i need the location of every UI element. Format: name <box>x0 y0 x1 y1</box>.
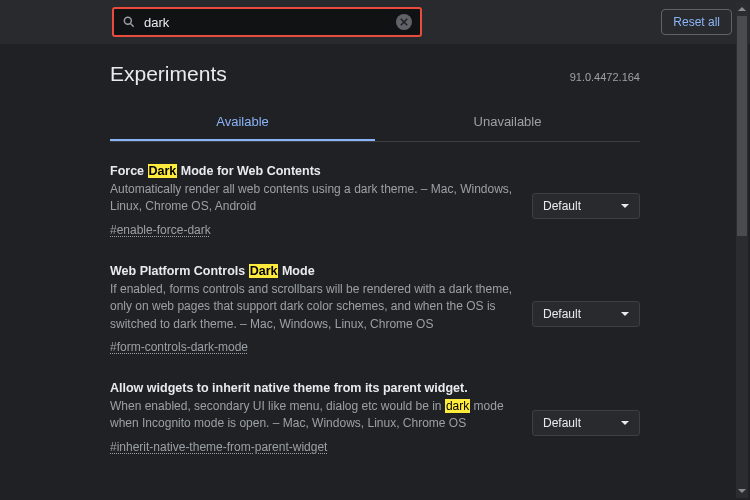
tabs: Available Unavailable <box>110 104 640 142</box>
header-bar: Reset all <box>0 0 750 44</box>
select-value: Default <box>543 199 581 213</box>
experiment-select[interactable]: Default <box>532 301 640 327</box>
svg-point-0 <box>124 17 131 24</box>
select-value: Default <box>543 416 581 430</box>
search-field[interactable] <box>112 7 422 37</box>
experiment-select[interactable]: Default <box>532 410 640 436</box>
search-input[interactable] <box>144 15 388 30</box>
chevron-down-icon <box>621 204 629 208</box>
scroll-down-icon[interactable] <box>738 487 746 495</box>
tab-available[interactable]: Available <box>110 104 375 141</box>
highlight: Dark <box>148 164 178 178</box>
chevron-down-icon <box>621 312 629 316</box>
reset-all-button[interactable]: Reset all <box>661 9 732 35</box>
experiment-description: If enabled, forms controls and scrollbar… <box>110 281 514 333</box>
chevron-down-icon <box>621 421 629 425</box>
select-value: Default <box>543 307 581 321</box>
tab-unavailable[interactable]: Unavailable <box>375 104 640 141</box>
page-title: Experiments <box>110 62 227 86</box>
experiment-hash-link[interactable]: #inherit-native-theme-from-parent-widget <box>110 440 327 454</box>
experiment-description: When enabled, secondary UI like menu, di… <box>110 398 514 433</box>
version-label: 91.0.4472.164 <box>570 71 640 83</box>
clear-search-button[interactable] <box>396 14 412 30</box>
experiment-hash-link[interactable]: #enable-force-dark <box>110 223 211 237</box>
experiment-description: Automatically render all web contents us… <box>110 181 514 216</box>
highlight: dark <box>445 399 470 413</box>
experiment-row: Force Dark Mode for Web Contents Automat… <box>110 164 640 238</box>
scrollbar[interactable] <box>736 2 748 498</box>
svg-line-1 <box>130 23 133 26</box>
experiment-title: Force Dark Mode for Web Contents <box>110 164 514 178</box>
experiment-hash-link[interactable]: #form-controls-dark-mode <box>110 340 248 354</box>
experiment-row: Web Platform Controls Dark Mode If enabl… <box>110 264 640 355</box>
experiment-row: Allow widgets to inherit native theme fr… <box>110 381 640 455</box>
scroll-thumb[interactable] <box>737 16 747 236</box>
content-area: Experiments 91.0.4472.164 Available Unav… <box>0 44 750 500</box>
search-icon <box>122 15 136 29</box>
scroll-up-icon[interactable] <box>738 5 746 13</box>
experiment-select[interactable]: Default <box>532 193 640 219</box>
experiment-title: Web Platform Controls Dark Mode <box>110 264 514 278</box>
experiment-title: Allow widgets to inherit native theme fr… <box>110 381 514 395</box>
highlight: Dark <box>249 264 279 278</box>
